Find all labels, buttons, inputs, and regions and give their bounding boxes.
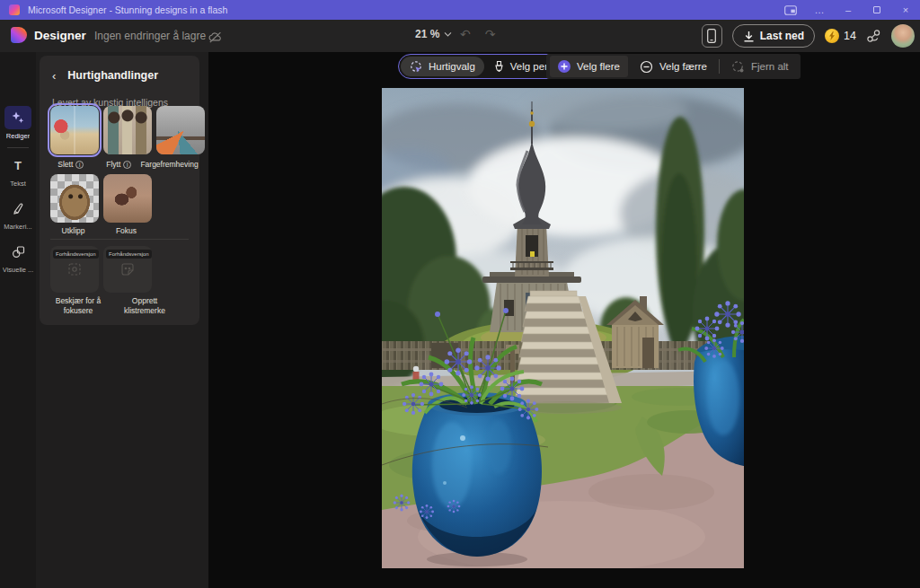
action-fargefremheving-thumbnail[interactable] <box>156 106 205 154</box>
credits-count: 14 <box>844 30 856 42</box>
plus-circle-icon <box>558 60 571 73</box>
panel-title: Hurtighandlinger <box>67 69 158 82</box>
sticker-icon <box>120 262 135 276</box>
app-toolbar: Designer Ingen endringer å lagre 21 % ↶ … <box>0 20 920 52</box>
bolt-icon <box>828 31 836 40</box>
canvas-image[interactable] <box>382 88 744 568</box>
action-row-2 <box>50 174 152 223</box>
slett-art <box>50 106 99 154</box>
toolbar-divider <box>719 59 720 74</box>
action-labels-1: Sletti Flytti Fargefremheving <box>47 160 196 169</box>
microsoft-designer-window: Microsoft Designer - Stunning designs in… <box>0 0 920 588</box>
preview-badge: Forhåndsversjon <box>106 250 152 259</box>
preview-action-labels: Beskjær for å fokusere Opprett klistreme… <box>43 296 196 316</box>
mobile-preview-button[interactable] <box>702 24 722 48</box>
action-flytt-thumbnail[interactable] <box>103 106 152 154</box>
fokus-art <box>103 174 152 223</box>
add-selection-button[interactable]: Velg flere <box>550 56 628 77</box>
utklipp-art <box>50 174 99 223</box>
info-icon[interactable]: i <box>75 161 84 169</box>
rail-divider <box>7 147 29 148</box>
brush-icon <box>493 60 505 74</box>
download-label: Last ned <box>760 30 804 42</box>
minimize-icon[interactable]: – <box>834 0 862 20</box>
shapes-icon <box>4 240 31 263</box>
preview-badge: Forhåndsversjon <box>53 250 99 259</box>
zoom-value: 21 % <box>415 28 439 40</box>
action-row-1 <box>50 106 205 154</box>
download-icon <box>743 31 755 42</box>
undo-icon[interactable]: ↶ <box>460 27 471 41</box>
deselect-icon <box>731 60 745 74</box>
selection-edit-group: Velg flere Velg færre Fjern alt <box>546 54 801 79</box>
coin-icon <box>825 29 839 43</box>
action-fokus-thumbnail[interactable] <box>103 174 152 223</box>
left-rail: Rediger T Tekst Markeri... Visuelle ... <box>0 52 36 588</box>
share-link-icon <box>866 29 881 43</box>
designer-logo <box>11 27 27 43</box>
text-tool-icon: T <box>4 154 31 177</box>
preview-action-row: Forhåndsversjon Forhåndsversjon <box>50 246 152 293</box>
app-icon <box>9 4 20 15</box>
panel-divider <box>50 239 189 240</box>
clear-selection-button[interactable]: Fjern alt <box>723 56 797 77</box>
quick-select-icon <box>410 60 423 74</box>
save-status-text: Ingen endringer å lagre <box>94 30 206 42</box>
action-slett-thumbnail[interactable] <box>50 106 99 154</box>
window-title: Microsoft Designer - Stunning designs in… <box>28 4 227 15</box>
maximize-icon[interactable] <box>862 0 891 20</box>
info-icon[interactable]: i <box>123 161 131 169</box>
rail-item-markering[interactable]: Markeri... <box>0 197 36 231</box>
minus-circle-icon <box>640 60 653 74</box>
close-icon[interactable]: × <box>891 0 920 20</box>
edit-sparkle-icon <box>4 106 31 129</box>
rail-item-tekst[interactable]: T Tekst <box>0 154 36 188</box>
zoom-control[interactable]: 21 % <box>415 28 452 40</box>
action-klistremerke-card[interactable]: Forhåndsversjon <box>103 246 152 293</box>
more-window-options-icon[interactable]: … <box>805 0 834 20</box>
share-button[interactable] <box>866 29 881 43</box>
download-button[interactable]: Last ned <box>732 24 815 48</box>
window-controls: … – × <box>776 0 920 20</box>
chevron-down-icon <box>444 31 452 37</box>
quick-actions-panel: ‹ Hurtighandlinger Levert av kunstig int… <box>40 56 199 325</box>
rail-item-visuelle[interactable]: Visuelle ... <box>0 240 36 274</box>
crop-focus-icon <box>67 262 82 276</box>
fargefremheving-art <box>156 106 205 154</box>
app-name: Designer <box>34 29 86 42</box>
action-beskjaer-card[interactable]: Forhåndsversjon <box>50 246 99 293</box>
open-in-window-icon[interactable] <box>776 0 805 20</box>
rail-item-rediger[interactable]: Rediger <box>0 106 36 140</box>
window-titlebar: Microsoft Designer - Stunning designs in… <box>0 0 920 20</box>
quick-select-button[interactable]: Hurtigvalg <box>401 57 484 76</box>
redo-icon[interactable]: ↷ <box>485 27 496 41</box>
subtract-selection-button[interactable]: Velg færre <box>632 56 715 77</box>
phone-icon <box>707 29 716 43</box>
flytt-art <box>103 106 152 154</box>
panel-back-button[interactable]: ‹ <box>52 70 56 82</box>
credits-indicator[interactable]: 14 <box>825 29 856 43</box>
toolbar-right-controls: Last ned 14 <box>702 20 915 52</box>
marker-pen-icon <box>4 197 31 220</box>
panel-column: ‹ Hurtighandlinger Levert av kunstig int… <box>36 52 208 588</box>
action-labels-2: Utklipp Fokus <box>47 226 196 235</box>
history-controls: ↶ ↷ <box>460 27 495 41</box>
cloud-offline-icon <box>208 31 222 47</box>
user-avatar[interactable] <box>891 24 915 48</box>
photo-illustration <box>382 88 744 568</box>
action-utklipp-thumbnail[interactable] <box>50 174 99 223</box>
